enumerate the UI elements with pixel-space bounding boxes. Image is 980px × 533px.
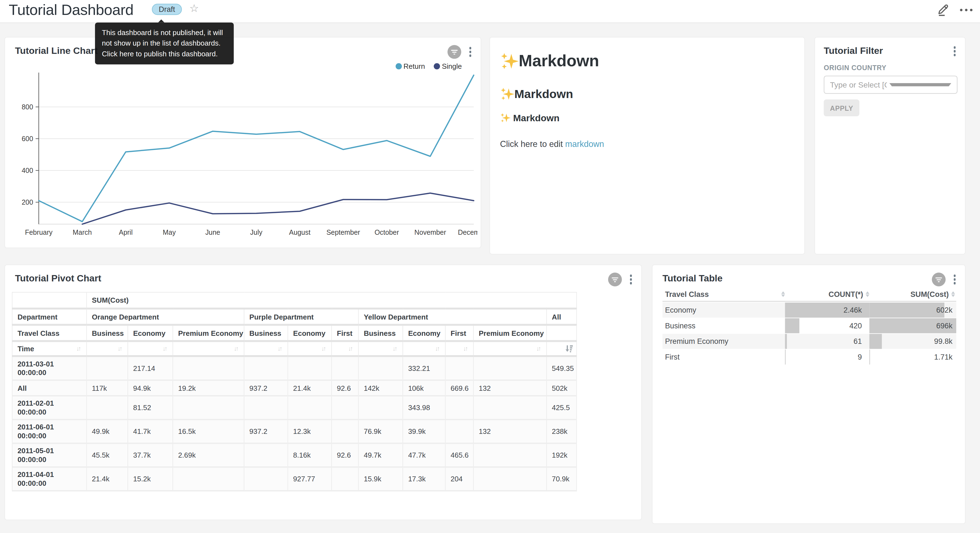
apply-button[interactable]: APPLY [824, 99, 859, 116]
pivot-cell: 192k [547, 443, 577, 467]
pivot-cell: 8.16k [288, 443, 331, 467]
kebab-menu-icon[interactable] [951, 273, 958, 286]
svg-text:December: December [458, 228, 477, 236]
pivot-cell [358, 356, 403, 380]
pivot-table-body: 2011-03-0100:00:00217.14332.21549.35All1… [12, 356, 577, 491]
svg-text:March: March [73, 228, 92, 236]
sort-arrows-icon [781, 291, 785, 297]
pivot-cell [87, 396, 128, 420]
pivot-cell [244, 396, 288, 420]
svg-text:February: February [25, 228, 53, 236]
markdown-card: Markdown Markdown Markdown [490, 37, 805, 255]
pivot-cell: 12.3k [288, 420, 331, 443]
cell-bar [869, 303, 944, 318]
kebab-menu-icon[interactable] [467, 46, 473, 58]
svg-text:August: August [289, 228, 310, 236]
column-header-count[interactable]: COUNT(*) [785, 290, 870, 298]
pivot-cell [87, 356, 128, 380]
table-row: Business420696k [663, 318, 956, 333]
legend-item-single[interactable]: Single [434, 62, 462, 70]
sort-arrows-icon: ↓↑ [463, 345, 468, 352]
pivot-measure-row: SUM(Cost) [12, 292, 577, 308]
pivot-row: 2011-03-0100:00:00217.14332.21549.35 [12, 356, 577, 380]
favorite-star-icon[interactable]: ☆ [189, 3, 199, 15]
cell-bar [785, 318, 799, 333]
dashboard-page: Tutorial Dashboard Draft ☆ This dashboar… [0, 0, 980, 533]
sort-arrows-icon: ↓↑ [321, 345, 326, 352]
dashboard-header: Tutorial Dashboard Draft ☆ [0, 0, 980, 23]
sum-cost-cell: 1.71k [869, 349, 956, 365]
svg-text:June: June [205, 228, 220, 236]
legend-item-return[interactable]: Return [395, 62, 425, 70]
pivot-cell [173, 467, 244, 491]
pivot-department-row: Department Orange Department Purple Depa… [12, 308, 577, 325]
pivot-cell [288, 396, 331, 420]
chart-legend: Return Single [395, 62, 462, 70]
pivot-row-label: All [12, 380, 86, 396]
count-cell: 420 [785, 318, 870, 333]
sparkles-icon [500, 113, 511, 123]
sort-arrows-icon: ↓↑ [162, 345, 167, 352]
markdown-h1: Markdown [500, 51, 794, 71]
pivot-cell: 81.52 [128, 396, 173, 420]
table-rows: Economy2.46k602kBusiness420696kPremium E… [663, 303, 956, 365]
pivot-cell: 204 [445, 467, 473, 491]
sparkles-icon [500, 87, 514, 101]
pivot-cell [288, 356, 331, 380]
origin-country-select[interactable]: Type or Select [Origin Country] [824, 76, 957, 94]
column-header-travel-class[interactable]: Travel Class [663, 290, 785, 298]
kebab-menu-icon[interactable] [951, 45, 958, 57]
edit-dashboard-icon[interactable] [937, 3, 950, 16]
table-row: First91.71k [663, 349, 956, 365]
filter-circle-icon[interactable] [608, 273, 622, 286]
status-badge[interactable]: Draft [152, 4, 182, 15]
pivot-cell [173, 356, 244, 380]
pivot-cell: 132 [473, 380, 547, 396]
pivot-cell: 92.6 [331, 380, 358, 396]
sparkles-icon [500, 52, 519, 70]
svg-text:April: April [119, 228, 133, 236]
more-options-icon[interactable] [960, 6, 972, 14]
table-row: Premium Economy6199.8k [663, 334, 956, 349]
sort-arrows-icon: ↓↑ [76, 345, 81, 352]
pivot-cell: 502k [547, 380, 577, 396]
pivot-cell: 45.5k [87, 443, 128, 467]
pivot-cell: 17.3k [403, 467, 445, 491]
data-table: Travel Class COUNT(*) SUM(Cost) Economy2… [663, 287, 956, 364]
pivot-cell [473, 396, 547, 420]
pivot-cell: 41.7k [128, 420, 173, 443]
pivot-row: 2011-05-0100:00:0045.5k37.7k2.69k8.16k92… [12, 443, 577, 467]
sort-arrows-icon: ↓↑ [536, 345, 541, 352]
pivot-row-label: 2011-04-0100:00:00 [12, 467, 86, 491]
markdown-h2: Markdown [500, 87, 794, 101]
filter-circle-icon[interactable] [931, 273, 945, 286]
count-cell: 2.46k [785, 303, 870, 318]
sort-arrows-icon: ↓↑ [277, 345, 282, 352]
sort-arrows-icon [951, 291, 955, 297]
svg-text:200: 200 [22, 198, 33, 206]
pivot-cell: 549.35 [547, 356, 577, 380]
svg-text:May: May [163, 228, 176, 236]
edit-markdown-link[interactable]: markdown [565, 139, 604, 149]
kebab-menu-icon[interactable] [628, 273, 634, 286]
column-header-sum-cost[interactable]: SUM(Cost) [869, 290, 956, 298]
return-series-dot [395, 63, 402, 70]
pivot-cell: 21.4k [87, 467, 128, 491]
filter-circle-icon[interactable] [447, 45, 461, 59]
pivot-cell: 94.9k [128, 380, 173, 396]
pivot-time-row: Time↓↑ ↓↑ ↓↑ ↓↑ ↓↑ ↓↑ ↓↑ ↓↑ ↓↑ ↓↑ ↓↑ [12, 341, 577, 356]
pivot-cell: 2.69k [173, 443, 244, 467]
cell-bar [869, 334, 882, 349]
pivot-table: SUM(Cost) Department Orange Department P… [12, 292, 577, 491]
filter-card-title: Tutorial Filter [824, 45, 883, 56]
filter-card: Tutorial Filter ORIGIN COUNTRY Type or S… [815, 37, 966, 255]
pivot-cell: 19.2k [173, 380, 244, 396]
pivot-cell [473, 467, 547, 491]
page-title: Tutorial Dashboard [9, 2, 134, 19]
pivot-row: All117k94.9k19.2k937.221.4k92.6142k106k6… [12, 380, 577, 396]
publish-tooltip: This dashboard is not published, it will… [95, 22, 234, 64]
pivot-cell: 937.2 [244, 380, 288, 396]
pivot-cell [473, 356, 547, 380]
cell-bar [785, 334, 788, 349]
pivot-cell [244, 356, 288, 380]
